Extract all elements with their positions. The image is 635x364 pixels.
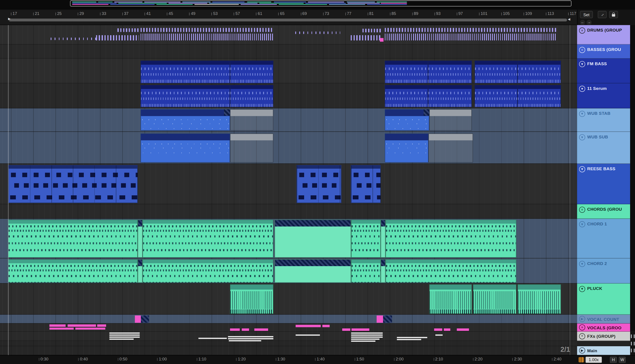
clip-pink-solid[interactable] [97, 324, 106, 327]
clip-midi-blue[interactable] [385, 85, 428, 107]
clip-drums-sparse[interactable] [295, 32, 340, 34]
fold-icon[interactable]: ▼ [579, 134, 585, 140]
fold-icon[interactable]: ▼ [579, 86, 585, 92]
clip-pink-solid[interactable] [135, 316, 141, 323]
clip-drums[interactable] [385, 28, 557, 32]
resize-button[interactable]: ↔ [598, 11, 607, 18]
lock-button[interactable] [609, 11, 618, 18]
clip-pink-solid[interactable] [50, 328, 74, 330]
clip-midi-green[interactable] [351, 259, 381, 282]
clip-pluck[interactable] [473, 284, 516, 314]
clip-pink-solid[interactable] [75, 328, 105, 330]
clip-reese[interactable] [8, 165, 138, 203]
track-header-fm-bass[interactable]: ▼FM BASS [577, 59, 630, 84]
clip-fx-line[interactable] [109, 332, 140, 334]
fold-icon[interactable]: ▼ [579, 111, 585, 117]
clip-midi-blue[interactable] [428, 85, 472, 107]
clip-pluck[interactable] [429, 284, 472, 314]
clip-midi-blue[interactable] [230, 61, 273, 84]
fold-icon[interactable]: ▼ [579, 221, 585, 227]
fold-icon[interactable]: ▼ [579, 261, 585, 267]
clip-drums[interactable] [117, 28, 139, 32]
track-header-reese-bass[interactable]: ▼REESE BASS [577, 164, 630, 204]
clip-drums-dense[interactable] [385, 34, 557, 40]
clip-midi-blue[interactable] [141, 61, 230, 84]
clip-pink-solid[interactable] [444, 328, 450, 331]
clip-pink-solid[interactable] [376, 316, 383, 323]
clip-pink-solid[interactable] [457, 328, 469, 331]
track-header-main[interactable]: ▶Main [577, 346, 630, 355]
group-icon[interactable]: ≡ [579, 28, 585, 34]
clip-fx-line[interactable] [351, 338, 379, 340]
track-height-button[interactable]: H [610, 357, 617, 363]
clip-fx-line[interactable] [351, 341, 375, 342]
group-icon[interactable]: ≡ [579, 47, 585, 53]
clip-fx-line[interactable] [397, 339, 421, 340]
track-header-wub-sub[interactable]: ▼WUB SUB [577, 132, 630, 164]
clip-midi-green[interactable] [385, 259, 516, 282]
track-header-11-serum[interactable]: ▼11 Serum [577, 83, 630, 108]
group-icon[interactable]: ≡ [579, 324, 585, 330]
clip-fx-line[interactable] [351, 332, 383, 334]
clip-midi-blue[interactable] [428, 61, 472, 84]
clip-pluck[interactable] [230, 284, 273, 314]
clip-hatch-dark[interactable] [424, 109, 429, 116]
time-ruler[interactable]: 0:300:400:501:001:101:201:301:401:502:00… [0, 357, 577, 362]
play-icon[interactable]: ▶ [579, 316, 585, 322]
clip-midi-green[interactable] [8, 259, 138, 282]
clip-wub[interactable] [385, 134, 429, 163]
group-icon[interactable]: ≡ [579, 207, 585, 213]
clip-drums[interactable] [96, 35, 139, 40]
clip-midi-blue[interactable] [475, 85, 518, 107]
clip-pink-solid[interactable] [352, 328, 369, 331]
clip-midi-blue[interactable] [230, 85, 273, 107]
clip-breakdown-green[interactable] [381, 259, 386, 282]
clip-reese[interactable] [351, 165, 381, 203]
clip-midi-green[interactable] [351, 220, 381, 258]
clip-reese[interactable] [296, 165, 341, 203]
clip-pink-solid[interactable] [380, 38, 383, 42]
clip-gray-clip[interactable] [230, 109, 273, 130]
clip-drums[interactable] [362, 29, 381, 32]
clip-pink-solid[interactable] [322, 325, 330, 327]
clip-midi-blue[interactable] [475, 61, 518, 84]
track-header-vocals-groo[interactable]: ≡VOCALS (GROO [577, 324, 630, 332]
clip-pink-solid[interactable] [254, 328, 268, 331]
clip-breakdown-green[interactable] [138, 259, 143, 282]
clip-drums-dense[interactable] [141, 34, 273, 40]
scroll-left-arrow-icon[interactable]: ◀ [568, 17, 570, 21]
clip-pluck[interactable] [518, 284, 561, 314]
play-marker-icon[interactable]: ▶ [8, 17, 11, 20]
clip-midi-green[interactable] [143, 259, 273, 282]
clip-midi-blue[interactable] [518, 85, 561, 107]
fold-icon[interactable]: ▼ [579, 166, 585, 172]
clip-fx-line[interactable] [228, 336, 273, 337]
clip-midi-green[interactable] [143, 220, 273, 258]
clip-drums[interactable] [141, 28, 273, 32]
clip-breakdown-green[interactable] [381, 220, 386, 258]
track-header-drums-group[interactable]: ≡DRUMS (GROUP [577, 25, 630, 44]
track-width-button[interactable]: W [619, 357, 626, 363]
group-icon[interactable]: ≡ [579, 333, 585, 339]
clip-fx-line[interactable] [198, 338, 227, 339]
clip-pink-solid[interactable] [342, 328, 350, 331]
clip-midi-green[interactable] [8, 220, 138, 258]
clip-fx-line[interactable] [435, 334, 443, 336]
clip-midi-green[interactable] [385, 220, 516, 258]
clip-fx-line[interactable] [351, 336, 383, 338]
clip-midi-blue[interactable] [385, 61, 428, 84]
track-header-chord-2[interactable]: ▼CHORD 2 [577, 258, 630, 284]
clip-drums-sparse[interactable] [51, 38, 96, 40]
set-button[interactable]: Set [580, 11, 593, 18]
clip-pink-solid[interactable] [296, 325, 321, 327]
clip-hatch-dark[interactable] [141, 316, 149, 323]
clip-fx-line[interactable] [109, 338, 134, 340]
nav-back-button[interactable]: ← [580, 20, 585, 25]
zoom-level[interactable]: 1.00x [585, 357, 602, 363]
clip-fx-line[interactable] [228, 338, 273, 339]
track-header-chords-grou[interactable]: ≡CHORDS (GROU [577, 204, 630, 219]
clip-gray-clip[interactable] [429, 134, 473, 163]
track-header-fxs-group[interactable]: ≡FXs (GROUP) [577, 332, 630, 341]
clip-breakdown-green[interactable] [275, 220, 351, 258]
clip-midi-blue[interactable] [141, 85, 230, 107]
